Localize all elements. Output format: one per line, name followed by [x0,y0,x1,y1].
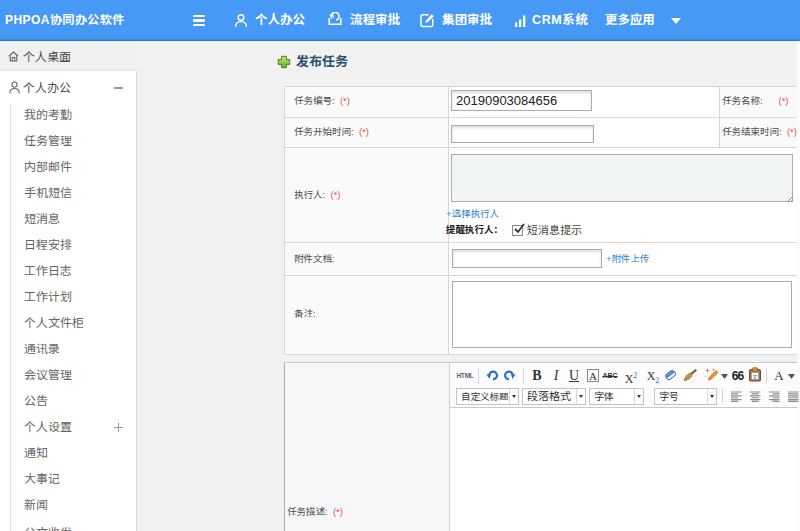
svg-text:T: T [753,373,758,381]
